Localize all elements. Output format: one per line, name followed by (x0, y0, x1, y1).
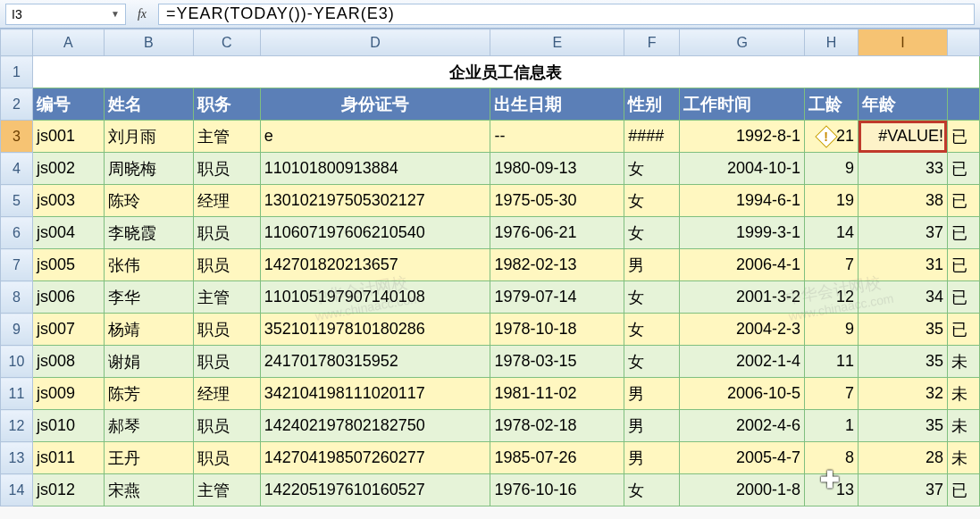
cell-I14[interactable]: 37 (859, 474, 948, 506)
cell-I10[interactable]: 35 (859, 346, 948, 378)
cell-B9[interactable]: 杨靖 (104, 314, 193, 346)
cell-A8[interactable]: js006 (32, 281, 104, 314)
cell-I4[interactable]: 33 (859, 153, 948, 185)
row-head-13[interactable]: 13 (1, 442, 33, 474)
cell-J9[interactable]: 已 (947, 314, 979, 346)
cell-J11[interactable]: 未 (947, 378, 979, 410)
col-head-B[interactable]: B (104, 29, 193, 56)
header-seniority[interactable]: 工龄 (805, 88, 859, 121)
cell-B3[interactable]: 刘月雨 (104, 121, 193, 153)
cell-J6[interactable]: 已 (947, 217, 979, 249)
cell-B6[interactable]: 李晓霞 (104, 217, 193, 249)
spreadsheet-grid[interactable]: A B C D E F G H I 1 企业员工信息表 2 编号 姓名 职务 (0, 29, 980, 506)
cell-C10[interactable]: 职员 (193, 346, 260, 378)
cell-E14[interactable]: 1976-10-16 (490, 474, 624, 506)
cell-C8[interactable]: 主管 (193, 281, 260, 314)
cell-B4[interactable]: 周晓梅 (104, 153, 193, 185)
cell-C4[interactable]: 职员 (193, 153, 260, 185)
cell-F8[interactable]: 女 (624, 281, 680, 314)
select-all-corner[interactable] (1, 29, 33, 56)
name-box-dropdown-icon[interactable]: ▼ (111, 9, 120, 19)
header-gender[interactable]: 性别 (624, 88, 680, 121)
header-birthdate[interactable]: 出生日期 (490, 88, 624, 121)
cell-A13[interactable]: js011 (32, 442, 104, 474)
cell-G10[interactable]: 2002-1-4 (680, 346, 805, 378)
cell-B12[interactable]: 郝琴 (104, 410, 193, 442)
cell-J12[interactable]: 未 (947, 410, 979, 442)
cell-F3[interactable]: #### (624, 121, 680, 153)
row-head-11[interactable]: 11 (1, 378, 33, 410)
cell-G7[interactable]: 2006-4-1 (680, 249, 805, 281)
cell-D14[interactable]: 142205197610160527 (260, 474, 490, 506)
col-head-C[interactable]: C (193, 29, 260, 56)
cell-J7[interactable]: 已 (947, 249, 979, 281)
cell-A14[interactable]: js012 (32, 474, 104, 506)
cell-J8[interactable]: 已 (947, 281, 979, 314)
cell-C7[interactable]: 职员 (193, 249, 260, 281)
cell-I11[interactable]: 32 (859, 378, 948, 410)
formula-input[interactable]: =YEAR(TODAY())-YEAR(E3) (158, 4, 975, 25)
cell-D3[interactable]: e (260, 121, 490, 153)
header-name[interactable]: 姓名 (104, 88, 193, 121)
cell-F11[interactable]: 男 (624, 378, 680, 410)
row-head-1[interactable]: 1 (1, 56, 33, 88)
cell-E11[interactable]: 1981-11-02 (490, 378, 624, 410)
col-head-A[interactable]: A (32, 29, 104, 56)
cell-C12[interactable]: 职员 (193, 410, 260, 442)
cell-J10[interactable]: 未 (947, 346, 979, 378)
cell-A6[interactable]: js004 (32, 217, 104, 249)
cell-I6[interactable]: 37 (859, 217, 948, 249)
row-head-2[interactable]: 2 (1, 88, 33, 121)
cell-D8[interactable]: 110105197907140108 (260, 281, 490, 314)
cell-G8[interactable]: 2001-3-2 (680, 281, 805, 314)
cell-B7[interactable]: 张伟 (104, 249, 193, 281)
cell-G11[interactable]: 2006-10-5 (680, 378, 805, 410)
cell-J13[interactable]: 未 (947, 442, 979, 474)
cell-H3[interactable]: 21 (805, 121, 859, 153)
cell-C3[interactable]: 主管 (193, 121, 260, 153)
cell-D9[interactable]: 352101197810180286 (260, 314, 490, 346)
cell-G12[interactable]: 2002-4-6 (680, 410, 805, 442)
cell-E12[interactable]: 1978-02-18 (490, 410, 624, 442)
cell-A4[interactable]: js002 (32, 153, 104, 185)
cell-G4[interactable]: 2004-10-1 (680, 153, 805, 185)
cell-C14[interactable]: 主管 (193, 474, 260, 506)
cell-H13[interactable]: 8 (805, 442, 859, 474)
header-idno[interactable]: 身份证号 (260, 88, 490, 121)
cell-B8[interactable]: 李华 (104, 281, 193, 314)
row-head-4[interactable]: 4 (1, 153, 33, 185)
cell-G6[interactable]: 1999-3-1 (680, 217, 805, 249)
cell-D5[interactable]: 130102197505302127 (260, 185, 490, 217)
cell-J3[interactable]: 已 (947, 121, 979, 153)
row-head-3[interactable]: 3 (1, 121, 33, 153)
cell-C9[interactable]: 职员 (193, 314, 260, 346)
col-head-G[interactable]: G (680, 29, 805, 56)
cell-F4[interactable]: 女 (624, 153, 680, 185)
cell-F13[interactable]: 男 (624, 442, 680, 474)
cell-C13[interactable]: 职员 (193, 442, 260, 474)
cell-B14[interactable]: 宋燕 (104, 474, 193, 506)
cell-C5[interactable]: 经理 (193, 185, 260, 217)
cell-I9[interactable]: 35 (859, 314, 948, 346)
cell-B13[interactable]: 王丹 (104, 442, 193, 474)
col-head-E[interactable]: E (490, 29, 624, 56)
cell-B11[interactable]: 陈芳 (104, 378, 193, 410)
row-head-10[interactable]: 10 (1, 346, 33, 378)
cell-C6[interactable]: 职员 (193, 217, 260, 249)
cell-F14[interactable]: 女 (624, 474, 680, 506)
col-head-I[interactable]: I (859, 29, 948, 56)
cell-J14[interactable]: 已 (947, 474, 979, 506)
cell-E9[interactable]: 1978-10-18 (490, 314, 624, 346)
cell-H7[interactable]: 7 (805, 249, 859, 281)
row-head-9[interactable]: 9 (1, 314, 33, 346)
title-cell[interactable]: 企业员工信息表 (32, 56, 979, 88)
header-workdate[interactable]: 工作时间 (680, 88, 805, 121)
cell-G3[interactable]: 1992-8-1 (680, 121, 805, 153)
row-head-14[interactable]: 14 (1, 474, 33, 506)
cell-F5[interactable]: 女 (624, 185, 680, 217)
cell-B10[interactable]: 谢娟 (104, 346, 193, 378)
cell-G9[interactable]: 2004-2-3 (680, 314, 805, 346)
cell-A12[interactable]: js010 (32, 410, 104, 442)
cell-H6[interactable]: 14 (805, 217, 859, 249)
cell-I8[interactable]: 34 (859, 281, 948, 314)
